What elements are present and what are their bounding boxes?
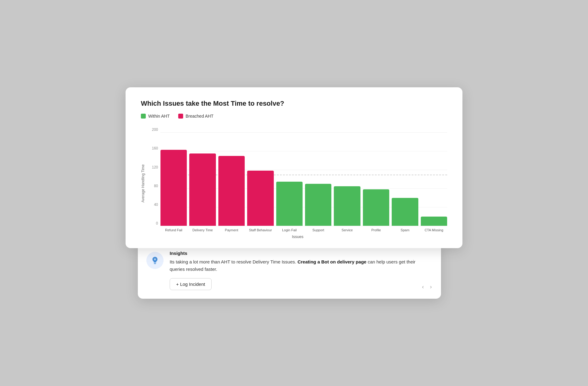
x-label: Service <box>334 228 360 232</box>
x-axis-labels: Refund FailDelivery TimePaymentStaff Beh… <box>148 228 447 232</box>
grid-line <box>160 132 447 133</box>
y-tick: 120 <box>148 165 160 169</box>
x-label: Refund Fail <box>160 228 187 232</box>
bar-support <box>305 184 331 226</box>
legend-within-aht: Within AHT <box>141 114 170 119</box>
insights-card: Insights Its taking a lot more than AHT … <box>138 242 441 299</box>
legend-breached-aht-label: Breached AHT <box>186 114 213 119</box>
bar-group <box>305 184 331 226</box>
insight-content: Insights Its taking a lot more than AHT … <box>170 251 431 290</box>
log-incident-button[interactable]: + Log Incident <box>170 278 212 290</box>
nav-arrows: ‹ › <box>420 282 434 291</box>
bar-refund-fail <box>160 150 187 226</box>
y-tick: 160 <box>148 146 160 150</box>
chart-card: Which Issues take the Most Time to resol… <box>126 87 462 248</box>
insight-icon-wrap <box>146 252 164 269</box>
bar-delivery-time <box>189 153 216 226</box>
bar-group <box>363 189 389 226</box>
bar-group <box>334 186 360 226</box>
main-wrapper: Which Issues take the Most Time to resol… <box>126 87 462 299</box>
chart-title: Which Issues take the Most Time to resol… <box>141 100 447 108</box>
y-tick: 80 <box>148 184 160 188</box>
y-tick: 0 <box>148 221 160 225</box>
x-label: Staff Behaviour <box>247 228 273 232</box>
bar-profile <box>363 189 389 226</box>
bar-spam <box>392 198 418 226</box>
next-arrow[interactable]: › <box>428 282 434 291</box>
x-label: Spam <box>392 228 418 232</box>
insight-heading: Insights <box>170 251 431 256</box>
insight-text: Its taking a lot more than AHT to resolv… <box>170 258 431 273</box>
chart-area: Average Handling Time 20016012080400 Ref… <box>141 128 447 239</box>
lightbulb-icon <box>151 256 159 265</box>
prev-arrow[interactable]: ‹ <box>420 282 426 291</box>
legend-green-dot <box>141 114 146 119</box>
legend-within-aht-label: Within AHT <box>148 114 170 119</box>
bar-group <box>276 182 303 226</box>
y-axis-label: Average Handling Time <box>141 128 145 239</box>
bar-group <box>160 150 187 226</box>
chart-inner: 20016012080400 <box>148 128 447 226</box>
legend-breached-aht: Breached AHT <box>178 114 213 119</box>
x-axis-title: Issues <box>148 234 447 239</box>
chart-legend: Within AHT Breached AHT <box>141 114 447 119</box>
y-tick: 200 <box>148 128 160 131</box>
x-label: Payment <box>218 228 245 232</box>
bar-group <box>392 198 418 226</box>
bar-cta-missing <box>421 217 447 226</box>
bar-login-fail <box>276 182 303 226</box>
bar-group <box>421 217 447 226</box>
grid-line <box>160 226 447 226</box>
x-label: Delivery Time <box>189 228 216 232</box>
legend-red-dot <box>178 114 183 119</box>
y-tick: 40 <box>148 203 160 206</box>
bars-container <box>160 150 447 226</box>
x-label: Profile <box>363 228 389 232</box>
bar-group <box>189 153 216 226</box>
bar-service <box>334 186 360 226</box>
x-label: Login Fail <box>276 228 303 232</box>
y-ticks: 20016012080400 <box>148 128 160 226</box>
chart-content: 20016012080400 Refund FailDelivery TimeP… <box>148 128 447 239</box>
x-label: Support <box>305 228 331 232</box>
bar-staff-behaviour <box>247 171 273 226</box>
svg-point-0 <box>154 259 156 260</box>
bar-group <box>247 171 273 226</box>
bar-group <box>218 156 245 226</box>
x-label: CTA Missing <box>421 228 447 232</box>
bar-payment <box>218 156 245 226</box>
